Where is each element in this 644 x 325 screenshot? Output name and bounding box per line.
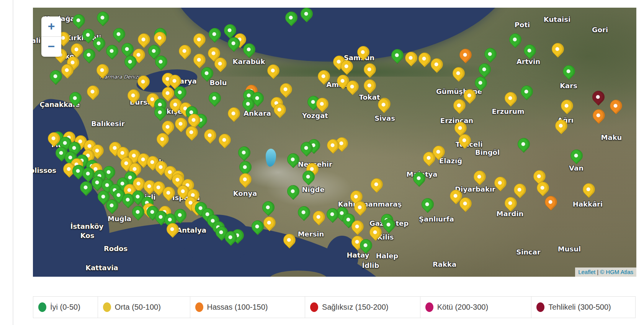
city-label-musul: Musul (558, 245, 581, 253)
station-marker-orta[interactable] (511, 181, 528, 198)
legend-color-dot (103, 302, 111, 312)
legend-item-label: Tehlikeli (300-500) (548, 303, 611, 312)
station-marker-orta[interactable] (135, 31, 152, 48)
station-marker-hassas[interactable] (590, 107, 607, 124)
map-attribution: Leaflet|© HGM Atlas (575, 268, 636, 277)
station-marker-orta[interactable] (310, 208, 327, 225)
city-label-tokat: Tokat (359, 93, 380, 101)
aqi-legend: İyi (0-50)Orta (50-100)Hassas (100-150)S… (33, 296, 636, 318)
city-label-muğla: Muğla (108, 215, 131, 223)
city-label-halep: Halep (376, 252, 398, 260)
legend-item-label: İyi (0-50) (50, 303, 80, 312)
legend-item-tehlikeli: Tehlikeli (300-500) (531, 297, 635, 318)
station-marker-hassas[interactable] (542, 193, 559, 210)
city-label-niğde: Niğde (302, 185, 324, 194)
station-marker-orta[interactable] (368, 176, 385, 193)
city-label-i̇dlib: İdlib (362, 261, 379, 269)
city-label-maku: Maku (601, 133, 622, 141)
city-label-diyarbakır: Diyarbakır (455, 185, 495, 193)
hgm-atlas-link[interactable]: © HGM Atlas (600, 269, 633, 275)
city-label-i̇stanköy: İstanköy (70, 222, 104, 230)
station-marker-iyi[interactable] (521, 42, 538, 59)
station-marker-iyi[interactable] (235, 144, 253, 161)
city-label-yozgat: Yozgat (302, 112, 328, 120)
station-marker-iyi[interactable] (560, 62, 577, 80)
city-label-hakkâri: Hakkâri (573, 200, 603, 208)
station-marker-orta[interactable] (502, 89, 519, 107)
station-marker-iyi[interactable] (419, 195, 436, 213)
station-marker-iyi[interactable] (568, 147, 585, 164)
station-marker-iyi[interactable] (206, 89, 223, 107)
station-marker-iyi[interactable] (94, 9, 111, 26)
station-marker-tehlikeli[interactable] (590, 88, 607, 105)
city-label-şanlıurfa: Şanlıurfa (419, 215, 454, 223)
city-label-sivas: Sivas (374, 114, 395, 122)
station-marker-iyi[interactable] (284, 182, 302, 200)
city-label-artvin: Artvin (517, 57, 540, 66)
legend-item-label: Hassas (100-150) (207, 303, 268, 312)
city-label-ali: ali (33, 36, 41, 44)
city-label-balıkesir: Balıkesir (91, 120, 125, 128)
zoom-control: + − (41, 16, 61, 57)
station-marker-orta[interactable] (201, 126, 219, 144)
tuz-lake (266, 149, 276, 167)
station-marker-orta[interactable] (471, 168, 488, 185)
station-marker-orta[interactable] (237, 171, 254, 188)
station-marker-iyi[interactable] (260, 199, 277, 216)
station-marker-orta[interactable] (277, 80, 294, 98)
legend-item-label: Sağlıksız (150-200) (322, 303, 388, 312)
station-marker-iyi[interactable] (507, 31, 524, 48)
zoom-out-button[interactable]: − (41, 37, 61, 57)
station-marker-orta[interactable] (361, 77, 378, 94)
attribution-separator: | (597, 269, 598, 275)
city-label-erzurum: Erzurum (492, 107, 525, 115)
legend-item-iyi: İyi (0-50) (33, 297, 98, 318)
city-label-bingöl: Bingöl (475, 148, 500, 156)
station-marker-orta[interactable] (225, 105, 242, 122)
city-label-van: Van (569, 164, 584, 172)
city-label-konya: Konya (233, 189, 257, 197)
city-label-rakka: Rakka (433, 260, 456, 268)
station-marker-iyi[interactable] (110, 25, 127, 43)
station-marker-orta[interactable] (558, 97, 575, 114)
legend-color-dot (310, 302, 318, 312)
station-marker-orta[interactable] (549, 40, 566, 57)
station-marker-orta[interactable] (84, 83, 101, 100)
city-label-kahramanmaraş: Kahramanmaraş (338, 200, 402, 208)
city-label-mersin: Mersin (298, 230, 324, 238)
city-label-volissos: Volissos (33, 166, 56, 174)
legend-color-dot (38, 302, 46, 312)
leaflet-link[interactable]: Leaflet (578, 269, 595, 275)
city-label-kars: Kars (560, 82, 577, 90)
city-label-gori: Gori (592, 26, 608, 34)
station-marker-iyi[interactable] (515, 135, 532, 153)
map-container[interactable]: KızılağaçKırklarelikoaliÇanakkaleBursaBa… (33, 8, 636, 277)
city-label-elazığ: Elazığ (439, 157, 462, 165)
page-left-divider (13, 0, 13, 325)
city-label-bolu: Bolu (209, 79, 227, 87)
city-label-karabük: Karabük (233, 57, 265, 66)
station-marker-orta[interactable] (580, 181, 597, 198)
city-label-sincar: Sincar (516, 248, 541, 256)
legend-item-label: Orta (50-100) (115, 303, 161, 312)
legend-color-dot (195, 302, 203, 312)
station-marker-hassas[interactable] (607, 97, 624, 114)
station-marker-iyi[interactable] (518, 83, 535, 100)
city-label-kutaisi: Kutaisi (544, 15, 570, 23)
station-marker-iyi[interactable] (295, 204, 312, 221)
city-label-kattavia: Kattavia (85, 264, 118, 272)
legend-item-hassas: Hassas (100-150) (190, 297, 305, 318)
station-marker-orta[interactable] (191, 31, 208, 48)
zoom-in-button[interactable]: + (41, 16, 61, 36)
page: KızılağaçKırklarelikoaliÇanakkaleBursaBa… (0, 0, 644, 325)
legend-item-kotu: Kötü (200-300) (420, 297, 531, 318)
legend-item-orta: Orta (50-100) (98, 297, 190, 318)
city-label-rodos: Rodos (104, 245, 127, 253)
legend-item-label: Kötü (200-300) (437, 303, 488, 312)
legend-color-dot (425, 302, 433, 312)
legend-color-dot (536, 302, 544, 312)
station-marker-iyi[interactable] (103, 42, 121, 59)
station-marker-orta[interactable] (216, 131, 233, 148)
city-label-poti: Poti (515, 21, 530, 29)
city-label-kos: Kos (80, 231, 95, 240)
